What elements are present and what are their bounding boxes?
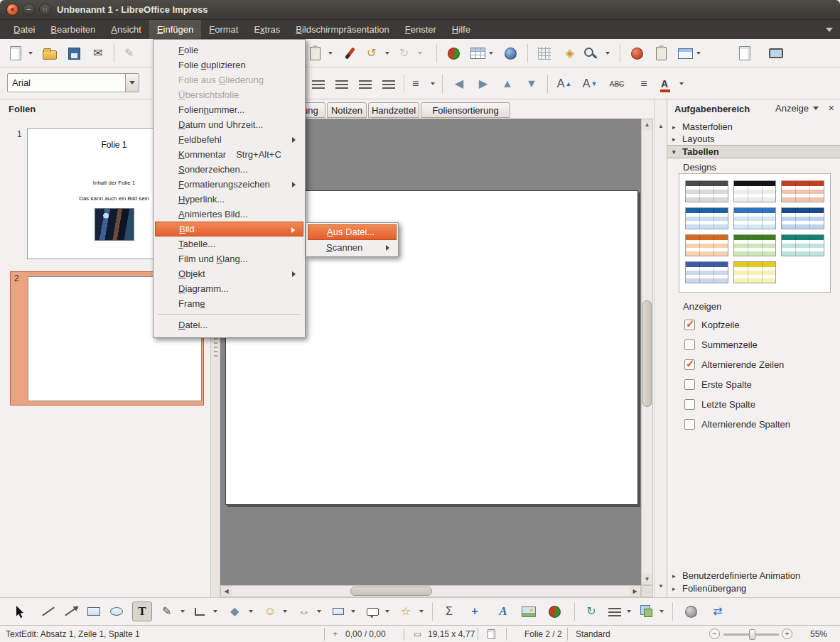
media-gallery-button[interactable] [443, 43, 463, 63]
submenu-item-scannen[interactable]: Scannen [308, 240, 397, 256]
insert-image-button[interactable] [519, 602, 539, 621]
section-folienuebergang[interactable]: ▸ Folienübergang [667, 582, 840, 594]
scroll-up-icon[interactable]: ▲ [642, 119, 652, 130]
table-design[interactable] [685, 261, 728, 283]
menu-fenster[interactable]: Fenster [397, 20, 444, 39]
navigator-button[interactable]: ◈ [560, 43, 580, 63]
presentation-button[interactable] [766, 43, 786, 63]
redo-button[interactable]: ↻ [397, 43, 425, 63]
table-design[interactable] [685, 207, 728, 229]
checkbox-erste-spalte[interactable]: Erste Spalte [684, 378, 752, 391]
extrusion-button[interactable] [681, 602, 701, 621]
paste-special-button[interactable] [651, 43, 671, 63]
new-document-button[interactable] [7, 43, 36, 63]
table-design[interactable] [781, 180, 824, 202]
menu-item-hyperlink[interactable]: Hyperlink... [155, 192, 303, 207]
freeform-tool[interactable]: Σ [439, 602, 459, 621]
menubar-chevron-icon[interactable] [826, 28, 833, 32]
increase-font-button[interactable]: A▲ [554, 74, 574, 94]
menu-ansicht[interactable]: Ansicht [103, 20, 149, 39]
fontwork-button[interactable]: A [493, 602, 513, 621]
character-color-button[interactable]: A [658, 74, 686, 94]
menu-item-frame[interactable]: Frame [155, 296, 303, 311]
checkbox-box[interactable] [684, 399, 695, 410]
email-button[interactable]: ✉ [88, 43, 108, 63]
table-design[interactable] [733, 261, 777, 283]
task-pane-close-button[interactable]: × [828, 102, 834, 114]
undo-button[interactable]: ↺ [364, 43, 392, 63]
view-dropdown[interactable]: Anzeige [775, 103, 819, 114]
zoom-percentage[interactable]: 55% [810, 629, 827, 639]
status-style[interactable]: Standard [576, 629, 610, 639]
font-name-input[interactable] [8, 74, 126, 92]
deck-scroll-down-icon[interactable]: ▼ [655, 581, 667, 592]
tab-handzettel[interactable]: Handzettel [368, 102, 419, 118]
menu-item-folie-duplizieren[interactable]: Folie duplizieren [155, 58, 303, 72]
demote-button[interactable]: ▶ [473, 74, 493, 94]
tab-foliensortierung[interactable]: Foliensortierung [421, 102, 510, 118]
menu-hilfe[interactable]: Hilfe [444, 20, 478, 39]
checkbox-box[interactable]: ✓ [684, 320, 695, 330]
gallery-button[interactable] [627, 43, 647, 63]
rotate-button[interactable]: ↻ [581, 602, 601, 621]
menu-item-kommentar[interactable]: KommentarStrg+Alt+C [155, 147, 303, 162]
move-up-button[interactable]: ▲ [497, 74, 517, 94]
window-close-button[interactable]: × [6, 4, 18, 16]
font-name-combobox[interactable] [7, 73, 139, 92]
section-benutzerdefinierte-animation[interactable]: ▸ Benutzerdefinierte Animation [667, 570, 840, 582]
zoom-slider[interactable] [723, 633, 779, 636]
menu-extras[interactable]: Extras [246, 20, 288, 39]
move-down-button[interactable]: ▼ [522, 74, 542, 94]
scroll-right-icon[interactable]: ▶ [630, 586, 640, 597]
text-tool[interactable]: T [132, 602, 152, 621]
ellipse-tool[interactable] [107, 602, 126, 621]
menu-item-uebersichtsfolie[interactable]: Übersichtsfolie [155, 87, 303, 102]
checkbox-box[interactable]: ✓ [684, 359, 695, 370]
font-name-dropdown-icon[interactable] [125, 74, 139, 92]
menu-item-folie[interactable]: Folie [155, 43, 303, 58]
section-masterfolien[interactable]: ▸ Masterfolien [667, 121, 840, 133]
line-spacing-button[interactable]: ≡ [409, 74, 438, 94]
horizontal-scroll-thumb[interactable] [350, 587, 432, 596]
menu-item-bild[interactable]: Bild [155, 222, 303, 236]
flowchart-tool[interactable] [330, 602, 358, 621]
new-window-button[interactable] [675, 43, 704, 63]
menu-datei[interactable]: Datei [6, 20, 43, 39]
horizontal-scrollbar[interactable]: ◀ ▶ [220, 585, 641, 597]
checkbox-alternierende-spalten[interactable]: Alternierende Spalten [684, 418, 790, 430]
menu-item-foliennummer[interactable]: Foliennummer... [155, 102, 303, 117]
menu-item-datei[interactable]: Datei... [155, 317, 303, 332]
menu-item-feldbefehl[interactable]: Feldbefehl [155, 132, 303, 147]
menu-format[interactable]: Format [201, 20, 246, 39]
block-arrows-tool[interactable]: ⇔ [296, 602, 324, 621]
open-button[interactable] [40, 43, 60, 63]
checkbox-box[interactable] [684, 419, 695, 430]
table-design[interactable] [781, 207, 824, 229]
menu-einfuegen[interactable]: Einfügen [149, 20, 201, 39]
tab-notizen[interactable]: Notizen [327, 102, 367, 118]
menu-item-objekt[interactable]: Objekt [155, 266, 303, 281]
basic-shapes-tool[interactable]: ◆ [227, 602, 256, 621]
scroll-left-icon[interactable]: ◀ [221, 586, 232, 597]
checkbox-alternierende-zeilen[interactable]: ✓ Alternierende Zeilen [684, 358, 784, 371]
curve-tool[interactable]: ✎ [159, 602, 188, 621]
strikethrough-button[interactable]: ABC [607, 74, 627, 94]
save-button[interactable] [64, 43, 84, 63]
symbol-shapes-tool[interactable]: ☺ [262, 602, 290, 621]
templates-button[interactable] [735, 43, 755, 63]
menu-item-film-und-klang[interactable]: Film und Klang... [155, 251, 303, 266]
menu-item-animiertes-bild[interactable]: Animiertes Bild... [155, 207, 303, 222]
zoom-button[interactable] [584, 43, 613, 63]
table-design[interactable] [781, 234, 824, 256]
arrange-button[interactable] [638, 602, 667, 621]
table-design[interactable] [733, 207, 777, 229]
deck-scroll-up-icon[interactable]: ▲ [655, 121, 667, 131]
clone-formatting-button[interactable] [340, 43, 360, 63]
menu-bearbeiten[interactable]: Bearbeiten [43, 20, 103, 39]
table-design[interactable] [685, 180, 728, 202]
taskpane-scrollbar[interactable]: ▲ ▼ [654, 99, 667, 597]
vertical-scrollbar[interactable]: ▲ ▼ [641, 119, 653, 585]
vertical-scroll-thumb[interactable] [642, 300, 652, 407]
decrease-font-button[interactable]: A▼ [580, 74, 600, 94]
alignment-button[interactable] [605, 602, 634, 621]
